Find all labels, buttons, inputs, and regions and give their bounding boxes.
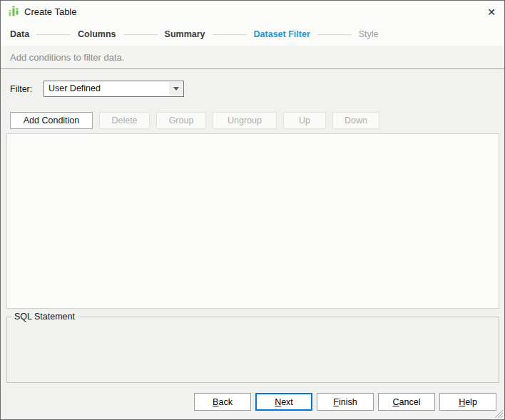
window-title: Create Table: [24, 6, 76, 17]
step-style[interactable]: Style: [359, 29, 379, 39]
step-summary[interactable]: Summary: [165, 29, 205, 39]
close-icon[interactable]: ✕: [484, 5, 499, 19]
sql-statement-groupbox: SQL Statement: [6, 317, 499, 383]
create-table-dialog: Create Table ✕ Data Columns Summary Data…: [0, 0, 505, 420]
chevron-down-icon: [173, 87, 179, 91]
filter-label: Filter:: [10, 84, 32, 94]
back-button[interactable]: Back: [194, 393, 251, 411]
footer-buttons: Back Next Finish Cancel Help: [194, 393, 496, 411]
cancel-button[interactable]: Cancel: [378, 393, 435, 411]
step-connector: [36, 34, 71, 35]
step-columns[interactable]: Columns: [78, 29, 116, 39]
step-dataset-filter[interactable]: Dataset Filter: [254, 29, 310, 39]
delete-button[interactable]: Delete: [99, 112, 150, 129]
down-button[interactable]: Down: [332, 112, 379, 129]
ungroup-button[interactable]: Ungroup: [213, 112, 277, 129]
filter-dropdown[interactable]: User Defined: [44, 81, 184, 97]
help-button[interactable]: Help: [439, 393, 496, 411]
up-button[interactable]: Up: [283, 112, 326, 129]
sql-statement-title: SQL Statement: [11, 312, 78, 322]
group-button[interactable]: Group: [156, 112, 206, 129]
dropdown-arrow-button[interactable]: [169, 82, 183, 96]
filter-dropdown-value: User Defined: [49, 83, 101, 93]
step-connector: [123, 34, 158, 35]
sql-statement-content: [13, 323, 493, 377]
condition-toolbar: Add Condition Delete Group Ungroup Up Do…: [10, 112, 379, 129]
next-button[interactable]: Next: [255, 393, 312, 411]
step-connector: [317, 34, 352, 35]
step-data[interactable]: Data: [10, 29, 29, 39]
title-bar[interactable]: Create Table ✕: [1, 1, 504, 23]
conditions-list-panel[interactable]: [6, 133, 499, 309]
wizard-steps: Data Columns Summary Dataset Filter Styl…: [1, 23, 504, 46]
chart-bars-icon: [8, 6, 19, 17]
add-condition-button[interactable]: Add Condition: [10, 112, 93, 129]
step-connector: [213, 34, 247, 35]
banner: Add conditions to filter data.: [1, 46, 504, 69]
banner-text: Add conditions to filter data.: [10, 52, 124, 63]
resize-grip[interactable]: [493, 408, 503, 418]
finish-button[interactable]: Finish: [317, 393, 374, 411]
